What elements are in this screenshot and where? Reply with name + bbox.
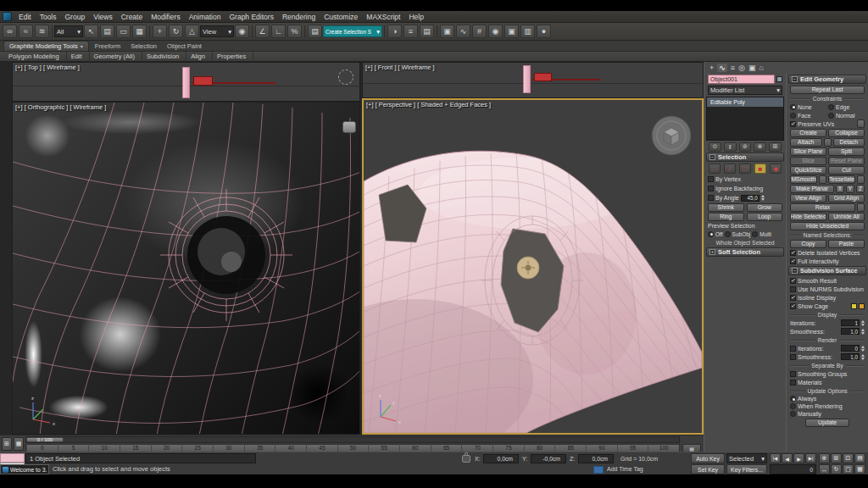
modify-tab-icon[interactable]: ∿ — [717, 64, 727, 72]
split-button[interactable]: Split — [828, 147, 865, 156]
field-of-view-icon[interactable]: ▢ — [843, 464, 854, 474]
viewport-perspective-label[interactable]: [+] [ Perspective ] [ Shaded + Edged Fac… — [366, 101, 491, 108]
smooth-result-checkbox[interactable]: ✓ — [790, 278, 796, 284]
motion-tab-icon[interactable]: ◎ — [738, 64, 745, 72]
ribbon-panel-title[interactable]: Align — [187, 52, 213, 62]
add-time-tag[interactable]: Add Time Tag — [607, 466, 643, 472]
edit-named-selections-icon[interactable]: ▤ — [308, 25, 322, 38]
go-to-start-button[interactable]: |◀ — [770, 453, 781, 463]
time-tag-toggle-icon[interactable]: ⊞ — [2, 437, 12, 451]
ribbon-panel-title[interactable]: Edit — [68, 52, 90, 62]
menu-item[interactable]: Help — [404, 11, 427, 23]
shrink-button[interactable]: Shrink — [708, 203, 744, 212]
pan-icon[interactable]: ↔ — [819, 464, 830, 474]
show-cage-checkbox[interactable]: ✓ — [790, 303, 796, 309]
collapse-icon[interactable]: − — [792, 268, 798, 274]
track-view-toggle-icon[interactable]: ▦ — [14, 437, 24, 451]
align-icon[interactable]: ≡ — [403, 25, 418, 38]
curve-editor-icon[interactable]: ∿ — [456, 25, 470, 38]
border-subobject-icon[interactable]: □ — [739, 164, 751, 174]
tessellate-settings-button[interactable] — [857, 175, 865, 184]
slice-button[interactable]: Slice — [790, 157, 826, 165]
tab-graphite-modeling-tools[interactable]: Graphite Modeling Tools ▾ — [3, 41, 89, 51]
go-to-end-button[interactable]: ▶| — [805, 453, 816, 463]
bind-spacewarp-icon[interactable]: ≋ — [35, 25, 49, 38]
spinner-arrows[interactable] — [861, 354, 865, 360]
viewport-front-label[interactable]: [+] [ Front ] [ Wireframe ] — [365, 64, 434, 71]
collapse-icon[interactable]: − — [709, 154, 715, 160]
cut-button[interactable]: Cut — [828, 166, 865, 175]
key-selection-dropdown[interactable]: Selected▾ — [726, 453, 767, 463]
planar-x-button[interactable]: X — [836, 185, 844, 193]
preserve-uvs-settings-button[interactable] — [857, 119, 865, 128]
selection-rollout-header[interactable]: − Selection — [706, 152, 784, 162]
isoline-display-checkbox[interactable]: ✓ — [790, 295, 796, 301]
viewport-perspective[interactable]: [+] [ Perspective ] [ Shaded + Edged Fac… — [362, 98, 704, 435]
create-button[interactable]: Create — [790, 129, 826, 137]
delete-isolated-vertices-checkbox[interactable]: ✓ — [790, 250, 796, 256]
grid-align-button[interactable]: Grid Align — [828, 194, 865, 202]
display-tab-icon[interactable]: ▣ — [748, 64, 756, 72]
modifier-list-dropdown[interactable]: Modifier List▾ — [708, 86, 782, 95]
zoom-icon[interactable]: ⊕ — [819, 453, 830, 463]
update-always-radio[interactable] — [790, 396, 796, 402]
configure-modifier-sets-icon[interactable]: ⊞ — [769, 142, 782, 152]
graphite-ribbon-toggle-icon[interactable]: ▣ — [440, 25, 454, 38]
relax-settings-button[interactable] — [857, 203, 865, 212]
remove-modifier-icon[interactable]: ⊗ — [754, 142, 766, 152]
orbit-icon[interactable]: ↻ — [831, 464, 842, 474]
ribbon-panel-title[interactable]: Polygon Modeling — [5, 52, 67, 62]
menu-item[interactable]: MAXScript — [362, 11, 404, 23]
ribbon-panel-title[interactable]: Geometry (All) — [91, 52, 142, 62]
object-name-field[interactable]: Object001 — [708, 75, 775, 84]
planar-z-button[interactable]: Z — [856, 185, 865, 193]
paste-button[interactable]: Paste — [828, 240, 865, 248]
play-button[interactable]: ▶ — [793, 453, 804, 463]
time-slider-handle[interactable]: 0 / 100 — [26, 437, 64, 442]
reset-plane-button[interactable]: Reset Plane — [828, 157, 865, 165]
by-angle-checkbox[interactable] — [708, 195, 714, 201]
schematic-view-icon[interactable]: # — [472, 25, 487, 38]
slice-plane-button[interactable]: Slice Plane — [790, 147, 826, 156]
by-angle-spinner[interactable]: 45,0 — [741, 195, 760, 202]
subdivision-surface-rollout-header[interactable]: − Subdivision Surface — [788, 266, 866, 275]
select-and-rotate-icon[interactable]: ↻ — [169, 25, 183, 38]
use-nurms-checkbox[interactable] — [790, 286, 796, 292]
tab-freeform[interactable]: Freeform — [91, 40, 125, 52]
attach-settings-button[interactable] — [824, 138, 832, 147]
object-color-swatch[interactable] — [776, 76, 782, 82]
constraint-face-radio[interactable] — [790, 113, 796, 119]
render-smoothness-spinner[interactable]: 1,0 — [841, 353, 860, 360]
view-align-button[interactable]: View Align — [790, 194, 826, 202]
vertex-subobject-icon[interactable]: ∴ — [709, 164, 721, 174]
y-coord-field[interactable]: -0,0cm — [531, 454, 566, 463]
msmooth-button[interactable]: MSmooth — [790, 175, 817, 184]
mesh-object-front-view[interactable] — [523, 65, 531, 93]
x-coord-field[interactable]: 0,0cm — [483, 454, 519, 463]
update-when-rendering-radio[interactable] — [790, 403, 796, 409]
show-end-result-icon[interactable]: ‖ — [724, 142, 737, 152]
preview-off-radio[interactable] — [708, 231, 714, 237]
render-smoothness-checkbox[interactable] — [790, 354, 796, 360]
menu-item[interactable]: Views — [89, 11, 117, 23]
maximize-viewport-icon[interactable]: ▦ — [854, 464, 865, 474]
menu-item[interactable]: Modifiers — [147, 11, 184, 23]
rendered-frame-window-icon[interactable]: ▥ — [520, 25, 535, 38]
grow-button[interactable]: Grow — [747, 203, 783, 212]
preview-subobj-radio[interactable] — [725, 231, 731, 237]
render-production-icon[interactable]: ● — [537, 25, 551, 38]
make-unique-icon[interactable]: ⊘ — [739, 142, 752, 152]
crossing-selection-icon[interactable]: ▦ — [132, 25, 147, 38]
make-planar-button[interactable]: Make Planar — [790, 185, 834, 193]
use-pivot-center-icon[interactable]: ◉ — [235, 25, 249, 38]
named-selection-sets-combo[interactable]: Create Selection S▾ — [323, 25, 382, 37]
constraint-normal-radio[interactable] — [828, 113, 834, 119]
constraint-none-radio[interactable] — [790, 104, 796, 110]
edge-subobject-icon[interactable]: ∕ — [724, 164, 736, 174]
quickslice-button[interactable]: QuickSlice — [790, 166, 826, 175]
snap-toggle-icon[interactable]: ∠ — [255, 25, 270, 38]
full-interactivity-checkbox[interactable]: ✓ — [790, 258, 796, 264]
ignore-backfacing-checkbox[interactable] — [708, 186, 714, 191]
set-key-button[interactable]: Set Key — [691, 464, 725, 474]
menu-item[interactable]: Edit — [14, 11, 36, 23]
